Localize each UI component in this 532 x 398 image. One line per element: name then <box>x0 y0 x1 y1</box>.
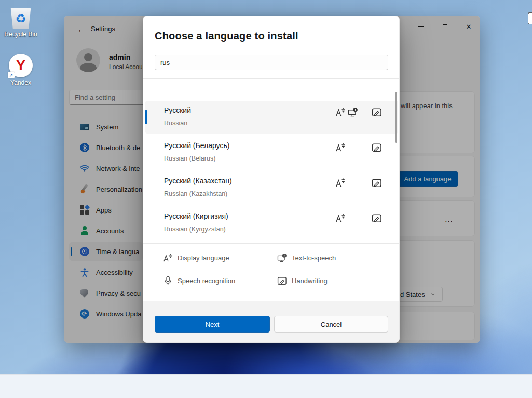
handwriting-icon <box>372 107 382 117</box>
language-row-russian-kyrgyzstan[interactable]: Русский (Киргизия) Russian (Kyrgyzstan) <box>145 207 398 240</box>
desktop-icon-recycle-bin[interactable]: ♻ Recycle Bin <box>1 8 40 38</box>
recycle-bin-icon: ♻ <box>10 8 32 29</box>
handwriting-icon <box>277 276 287 286</box>
display-language-icon <box>335 142 346 153</box>
display-language-icon <box>335 178 346 188</box>
dialog-title: Choose a language to install <box>155 30 298 42</box>
display-language-icon <box>335 107 346 117</box>
handwriting-icon <box>372 178 382 188</box>
microphone-icon <box>163 276 173 286</box>
legend-handwriting: Handwriting <box>277 276 328 286</box>
cancel-button[interactable]: Cancel <box>274 316 388 333</box>
shortcut-arrow-icon: ↗ <box>8 72 15 78</box>
desktop-icon-yandex[interactable]: Y ↗ Yandex <box>1 54 40 86</box>
selected-indicator <box>145 110 147 124</box>
legend-speech-recognition: Speech recognition <box>163 276 235 286</box>
language-row-russian-belarus[interactable]: Русский (Беларусь) Russian (Belarus) <box>145 136 398 169</box>
yandex-browser-icon: Y ↗ <box>9 54 33 77</box>
legend-text-to-speech: Text-to-speech <box>277 253 336 263</box>
language-row-russian-kazakhstan[interactable]: Русский (Казахстан) Russian (Kazakhstan) <box>145 171 398 204</box>
handwriting-icon <box>372 213 382 223</box>
list-scrollbar[interactable] <box>395 92 397 143</box>
language-list: Русский Russian Русский (Беларусь) Russi… <box>143 82 400 243</box>
desktop-icon-label: Yandex <box>1 79 40 86</box>
mouse-cursor <box>528 12 532 24</box>
language-search-input[interactable] <box>155 55 388 70</box>
handwriting-icon <box>372 142 382 153</box>
dialog-footer: Next Cancel <box>143 301 400 343</box>
display-language-icon <box>335 213 346 223</box>
choose-language-dialog: Choose a language to install Русский Rus… <box>143 16 400 343</box>
divider <box>143 243 400 244</box>
language-row-russian[interactable]: Русский Russian <box>145 101 398 134</box>
display-language-icon <box>163 253 173 263</box>
taskbar: Y Я ⚙ 8:20 AM 2/12/2023 <box>0 374 532 398</box>
text-to-speech-icon <box>348 107 358 117</box>
desktop-icon-label: Recycle Bin <box>1 31 40 38</box>
next-button[interactable]: Next <box>155 316 270 333</box>
legend-display-language: Display language <box>163 253 229 263</box>
divider <box>143 78 400 79</box>
text-to-speech-icon <box>277 253 287 263</box>
